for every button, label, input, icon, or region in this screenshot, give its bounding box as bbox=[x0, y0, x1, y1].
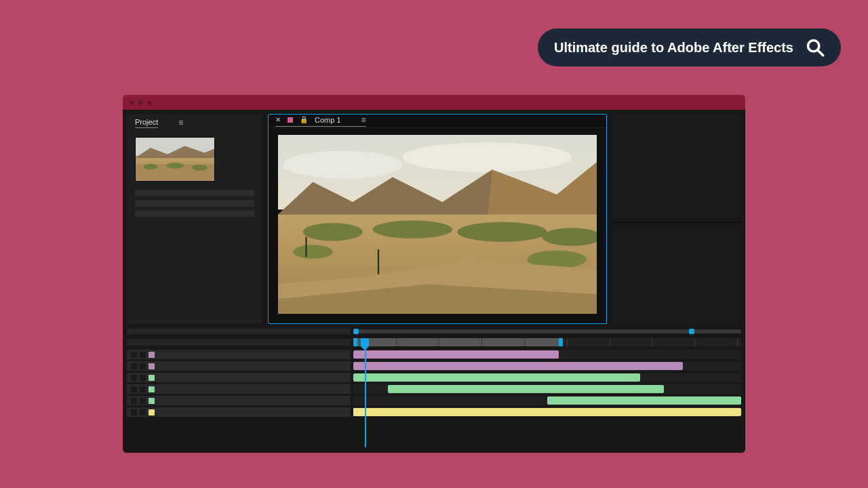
window-titlebar[interactable] bbox=[123, 95, 745, 110]
svg-point-12 bbox=[403, 142, 572, 172]
layer-controls bbox=[127, 350, 351, 359]
layer-row[interactable] bbox=[127, 373, 741, 382]
layer-row[interactable] bbox=[127, 350, 741, 359]
svg-rect-25 bbox=[305, 237, 307, 256]
work-area-end-handle[interactable] bbox=[559, 338, 563, 346]
traffic-light-close-icon[interactable] bbox=[130, 100, 134, 105]
navigator-end-handle[interactable] bbox=[689, 329, 694, 334]
composition-panel: ✕ 🔒 Comp 1 ≡ bbox=[268, 114, 607, 324]
layer-color-swatch[interactable] bbox=[149, 409, 155, 415]
comp-tab[interactable]: ✕ 🔒 Comp 1 ≡ bbox=[275, 115, 366, 127]
time-ruler[interactable] bbox=[353, 338, 741, 346]
clip[interactable] bbox=[388, 385, 663, 393]
layer-color-swatch[interactable] bbox=[149, 398, 155, 404]
layer-color-swatch[interactable] bbox=[149, 375, 155, 381]
ruler-tick bbox=[481, 338, 482, 346]
project-thumbnail[interactable] bbox=[135, 137, 215, 182]
layer-toggle[interactable] bbox=[131, 386, 137, 392]
playhead[interactable] bbox=[361, 338, 369, 346]
svg-point-7 bbox=[144, 164, 157, 170]
layer-toggle[interactable] bbox=[140, 363, 146, 369]
timeline-header-left bbox=[127, 339, 351, 346]
layer-toggle[interactable] bbox=[140, 352, 146, 358]
svg-point-11 bbox=[283, 150, 402, 178]
search-pill[interactable]: Ultimate guide to Adobe After Effects bbox=[538, 28, 841, 66]
svg-line-1 bbox=[818, 51, 823, 56]
layer-toggle[interactable] bbox=[131, 409, 137, 415]
work-area-row[interactable] bbox=[127, 338, 741, 347]
work-area-bar[interactable] bbox=[353, 338, 563, 346]
layer-track[interactable] bbox=[353, 373, 741, 382]
clip[interactable] bbox=[353, 350, 559, 359]
layer-track[interactable] bbox=[353, 361, 741, 371]
right-panel-top[interactable] bbox=[612, 114, 741, 223]
layer-row[interactable] bbox=[127, 361, 741, 371]
layer-track[interactable] bbox=[353, 384, 741, 394]
hamburger-icon[interactable]: ≡ bbox=[361, 115, 366, 125]
layer-toggle[interactable] bbox=[140, 386, 146, 392]
layer-row[interactable] bbox=[127, 396, 741, 405]
right-panel-stack bbox=[612, 114, 741, 324]
layer-toggle[interactable] bbox=[131, 375, 137, 381]
layer-row[interactable] bbox=[127, 407, 741, 417]
clip[interactable] bbox=[353, 408, 741, 416]
list-item[interactable] bbox=[135, 200, 254, 207]
time-navigator-track[interactable] bbox=[353, 329, 741, 333]
svg-point-21 bbox=[293, 245, 333, 259]
clip[interactable] bbox=[353, 362, 683, 370]
work-area-start-handle[interactable] bbox=[353, 338, 357, 346]
layer-toggle[interactable] bbox=[140, 398, 146, 404]
layer-color-swatch[interactable] bbox=[149, 386, 155, 392]
timeline-panel bbox=[123, 324, 745, 453]
ruler-tick bbox=[439, 338, 439, 346]
svg-point-18 bbox=[373, 220, 453, 238]
ruler-tick bbox=[737, 338, 738, 346]
layer-toggle[interactable] bbox=[140, 409, 146, 415]
color-chip-icon bbox=[288, 117, 293, 123]
lock-icon[interactable]: 🔒 bbox=[300, 116, 308, 123]
composition-viewer[interactable] bbox=[269, 128, 606, 323]
layer-track[interactable] bbox=[353, 396, 741, 405]
ruler-tick bbox=[610, 338, 610, 346]
traffic-light-minimize-icon[interactable] bbox=[138, 100, 143, 105]
layer-color-swatch[interactable] bbox=[149, 352, 155, 358]
navigator-start-handle[interactable] bbox=[353, 329, 359, 334]
svg-point-8 bbox=[166, 163, 184, 169]
svg-point-0 bbox=[808, 41, 819, 52]
layer-toggle[interactable] bbox=[140, 375, 146, 381]
comp-tab-label: Comp 1 bbox=[315, 116, 341, 124]
clip[interactable] bbox=[547, 396, 741, 405]
layer-track[interactable] bbox=[353, 350, 741, 359]
layer-controls bbox=[127, 373, 351, 382]
svg-point-19 bbox=[457, 222, 547, 241]
project-tab[interactable]: Project bbox=[135, 118, 158, 128]
layer-row[interactable] bbox=[127, 384, 741, 394]
composition-frame bbox=[278, 135, 597, 314]
ruler-tick bbox=[652, 338, 652, 346]
clip[interactable] bbox=[353, 373, 640, 382]
ruler-tick bbox=[694, 338, 695, 346]
svg-rect-26 bbox=[378, 249, 379, 274]
upper-panels: Project ≡ bbox=[123, 110, 745, 324]
layer-track[interactable] bbox=[353, 407, 741, 417]
search-icon bbox=[806, 38, 825, 57]
playhead-line bbox=[365, 350, 366, 447]
timeline-header-left bbox=[127, 329, 351, 334]
layer-color-swatch[interactable] bbox=[149, 363, 155, 369]
close-icon[interactable]: ✕ bbox=[275, 116, 281, 123]
svg-point-17 bbox=[303, 223, 363, 241]
ruler-tick bbox=[567, 338, 568, 346]
project-item-list bbox=[135, 190, 254, 220]
layer-toggle[interactable] bbox=[131, 363, 137, 369]
right-panel-bottom[interactable] bbox=[612, 223, 741, 324]
layer-toggle[interactable] bbox=[131, 352, 137, 358]
layer-controls bbox=[127, 361, 351, 371]
traffic-light-zoom-icon[interactable] bbox=[147, 100, 152, 105]
time-navigator[interactable] bbox=[127, 328, 741, 335]
hamburger-icon[interactable]: ≡ bbox=[178, 118, 183, 127]
project-tabbar: Project ≡ bbox=[127, 114, 262, 131]
list-item[interactable] bbox=[135, 210, 254, 217]
ruler-tick bbox=[396, 338, 397, 346]
layer-toggle[interactable] bbox=[131, 398, 137, 404]
list-item[interactable] bbox=[135, 190, 254, 197]
